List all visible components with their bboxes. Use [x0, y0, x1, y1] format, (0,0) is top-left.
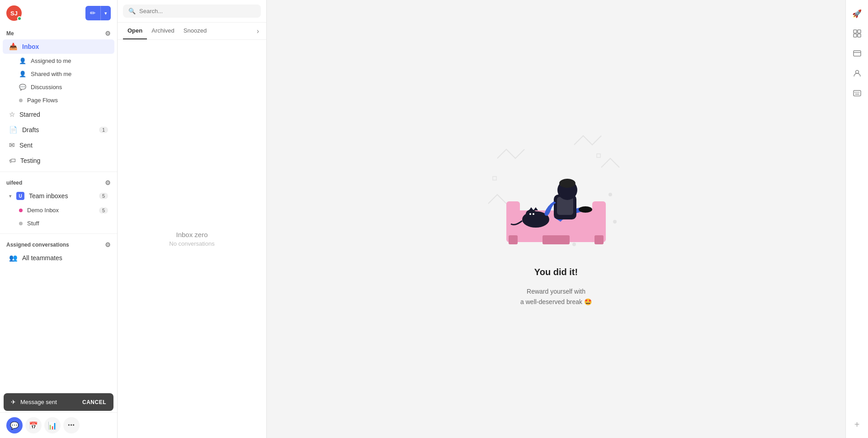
svg-rect-4 [493, 176, 496, 180]
star-icon: ☆ [9, 110, 15, 119]
avatar-initials: SJ [10, 10, 18, 17]
assigned-conversations-label: Assigned conversations [6, 242, 69, 248]
team-settings-icon[interactable]: ⚙ [105, 179, 111, 186]
page-flows-label: Page Flows [27, 97, 58, 104]
svg-marker-13 [529, 207, 533, 210]
nav-stuff[interactable]: Stuff [3, 217, 114, 229]
nav-page-flows[interactable]: Page Flows [3, 94, 114, 106]
sent-icon: ✉ [9, 141, 15, 149]
assigned-conv-settings-icon[interactable]: ⚙ [105, 241, 111, 248]
calendar-icon: 📅 [29, 421, 38, 430]
demo-inbox-label: Demo Inbox [27, 207, 59, 214]
nav-discussions[interactable]: 💬 Discussions [3, 81, 114, 93]
keyboard-icon-button[interactable] [849, 85, 865, 101]
section-divider-2 [0, 233, 117, 234]
nav-testing[interactable]: 🏷 Testing [3, 153, 114, 167]
drafts-badge: 1 [99, 127, 108, 133]
celebration-line1: Reward yourself with [527, 288, 585, 295]
tab-archived[interactable]: Archived [147, 23, 179, 39]
inbox-zero-subtitle: No conversations [169, 240, 214, 247]
search-icon: 🔍 [128, 8, 136, 14]
team-label: uifeed [6, 180, 22, 186]
calendar-button[interactable]: 📅 [25, 417, 42, 433]
svg-point-3 [609, 193, 612, 196]
me-section: Me ⚙ [0, 26, 117, 39]
stuff-label: Stuff [27, 220, 39, 227]
avatar-button[interactable]: SJ [6, 5, 22, 21]
chart-icon: 📊 [48, 421, 57, 430]
all-teammates-icon: 👥 [9, 254, 18, 262]
celebration-line2: a well-deserved break 🤩 [520, 298, 592, 305]
svg-rect-22 [854, 30, 857, 33]
right-bar: 🚀 + [845, 0, 868, 438]
more-button[interactable]: ••• [63, 417, 80, 433]
sidebar-header: SJ ✏ ▾ [0, 0, 117, 26]
all-teammates-label: All teammates [22, 254, 62, 262]
toast-send-icon: ✈ [11, 399, 16, 405]
add-icon-button[interactable]: + [849, 416, 865, 433]
chart-button[interactable]: 📊 [44, 417, 61, 433]
drafts-icon: 📄 [9, 126, 18, 134]
sidebar: SJ ✏ ▾ Me ⚙ 📥 Inbox 👤 Assigned to me 👤 S… [0, 0, 118, 438]
nav-shared-with-me[interactable]: 👤 Shared with me [3, 68, 114, 80]
sent-label: Sent [19, 142, 33, 149]
me-settings-icon[interactable]: ⚙ [105, 30, 111, 37]
svg-rect-5 [597, 154, 600, 157]
svg-rect-24 [854, 34, 857, 37]
nav-sent[interactable]: ✉ Sent [3, 138, 114, 152]
chat-button[interactable]: 💬 [6, 417, 23, 433]
team-inboxes-badge: 5 [99, 193, 108, 199]
svg-rect-9 [594, 235, 604, 244]
toast-label: Message sent [20, 399, 57, 405]
drafts-label: Drafts [22, 126, 39, 133]
compose-button[interactable]: ✏ ▾ [85, 6, 111, 20]
shared-icon: 👤 [19, 71, 26, 77]
svg-point-20 [559, 179, 576, 188]
svg-marker-14 [533, 207, 538, 210]
bottom-bar: 💬 📅 📊 ••• [0, 412, 117, 438]
svg-point-16 [533, 213, 534, 215]
tab-snoozed[interactable]: Snoozed [179, 23, 211, 39]
starred-label: Starred [19, 111, 40, 118]
svg-rect-29 [854, 90, 861, 96]
nav-assigned-to-me[interactable]: 👤 Assigned to me [3, 55, 114, 67]
inbox-zero-title: Inbox zero [176, 231, 208, 238]
tab-more-icon[interactable]: › [255, 24, 261, 39]
chevron-down-icon: ▾ [9, 193, 12, 199]
svg-rect-8 [509, 235, 518, 244]
nav-team-inboxes[interactable]: ▾ U Team inboxes 5 [3, 189, 114, 203]
nav-all-teammates[interactable]: 👥 All teammates [3, 251, 114, 265]
shared-label: Shared with me [31, 71, 71, 77]
rocket-icon-button[interactable]: 🚀 [849, 5, 865, 22]
search-input-wrap[interactable]: 🔍 [123, 5, 261, 18]
me-label: Me [6, 30, 14, 37]
contact-icon-button[interactable] [849, 65, 865, 81]
toast-cancel-button[interactable]: CANCEL [82, 399, 106, 405]
nav-demo-inbox[interactable]: Demo Inbox 5 [3, 204, 114, 216]
discussions-icon: 💬 [19, 84, 26, 90]
section-divider-1 [0, 171, 117, 172]
chat-icon: 💬 [10, 421, 19, 430]
online-dot [17, 16, 22, 21]
svg-point-21 [579, 206, 592, 213]
svg-rect-10 [542, 235, 570, 244]
grid-icon-button[interactable] [849, 25, 865, 42]
team-inboxes-label: Team inboxes [29, 192, 68, 200]
demo-inbox-badge: 5 [99, 207, 108, 214]
assigned-conversations-section: Assigned conversations ⚙ [0, 238, 117, 250]
tab-open[interactable]: Open [123, 23, 147, 39]
page-flows-dot [19, 99, 23, 102]
svg-rect-26 [854, 51, 861, 56]
svg-rect-23 [858, 30, 861, 33]
card-icon-button[interactable] [849, 45, 865, 62]
you-did-it-title: You did it! [534, 267, 578, 277]
stuff-dot [19, 222, 23, 225]
search-input[interactable] [139, 8, 255, 14]
more-icon: ••• [68, 422, 75, 428]
nav-drafts[interactable]: 📄 Drafts 1 [3, 123, 114, 137]
nav-starred[interactable]: ☆ Starred [3, 107, 114, 122]
celebration-illustration [484, 131, 628, 258]
team-section: uifeed ⚙ [0, 176, 117, 188]
celebration-subtitle: Reward yourself with a well-deserved bre… [520, 286, 592, 307]
nav-inbox[interactable]: 📥 Inbox [3, 39, 114, 54]
